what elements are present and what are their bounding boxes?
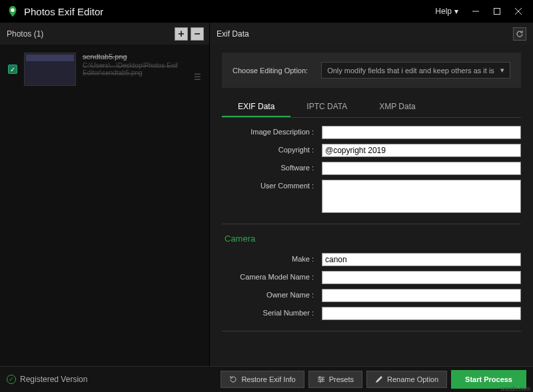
serial-label: Serial Number :	[222, 307, 322, 317]
svg-point-0	[11, 9, 14, 12]
registration-status: ✓ Registered Version	[7, 375, 87, 384]
help-menu[interactable]: Help ▾	[428, 7, 465, 16]
watermark: wsxdn.com	[500, 385, 530, 392]
image-description-input[interactable]	[322, 126, 521, 139]
main-header: Exif Data	[210, 23, 533, 45]
titlebar: Photos Exif Editor Help ▾	[0, 0, 533, 23]
app-logo-icon	[7, 5, 19, 17]
presets-button[interactable]: Presets	[308, 371, 362, 388]
pencil-icon	[375, 375, 383, 383]
sidebar: Photos (1) + − ✓ sendtab5.png C:\Users\.…	[0, 23, 210, 366]
add-photo-button[interactable]: +	[175, 27, 188, 41]
chevron-down-icon: ▾	[454, 7, 458, 16]
model-label: Camera Model Name :	[222, 271, 322, 281]
chevron-down-icon: ▾	[500, 66, 504, 75]
close-button[interactable]	[508, 0, 529, 23]
make-label: Make :	[222, 253, 322, 263]
restore-icon	[229, 375, 237, 383]
sidebar-header: Photos (1) + −	[0, 23, 209, 45]
check-circle-icon: ✓	[7, 375, 16, 384]
photo-thumbnail	[24, 53, 76, 86]
main-title: Exif Data	[217, 29, 249, 39]
file-path: C:\Users\...\Desktop\Photos Exif Editor\…	[83, 62, 187, 77]
software-label: Software :	[222, 162, 322, 172]
camera-section-title: Camera	[225, 234, 521, 244]
photo-item[interactable]: ✓ sendtab5.png C:\Users\...\Desktop\Phot…	[0, 45, 209, 94]
owner-label: Owner Name :	[222, 289, 322, 299]
software-input[interactable]	[322, 162, 521, 175]
main-panel: Exif Data Choose Editing Option: Only mo…	[210, 23, 533, 366]
serial-input[interactable]	[322, 307, 521, 320]
restore-exif-button[interactable]: Restore Exif Info	[221, 371, 304, 388]
footer: ✓ Registered Version Restore Exif Info P…	[0, 366, 533, 392]
item-menu-icon[interactable]: ☰	[194, 73, 201, 82]
user-comment-label: User Comment :	[222, 180, 322, 190]
editing-option-bar: Choose Editing Option: Only modify field…	[222, 53, 521, 88]
tab-exif[interactable]: EXIF Data	[222, 97, 290, 117]
tab-xmp[interactable]: XMP Data	[363, 97, 431, 117]
tabs: EXIF Data IPTC DATA XMP Data	[222, 97, 521, 118]
user-comment-input[interactable]	[322, 180, 521, 213]
maximize-button[interactable]	[486, 0, 508, 23]
file-name: sendtab5.png	[83, 53, 187, 61]
app-title: Photos Exif Editor	[24, 6, 103, 17]
photo-checkbox[interactable]: ✓	[8, 65, 17, 74]
presets-icon	[317, 375, 325, 383]
photos-count: Photos (1)	[7, 29, 43, 39]
editing-option-select[interactable]: Only modify fields that i edit and keep …	[321, 62, 510, 79]
remove-photo-button[interactable]: −	[191, 27, 204, 41]
image-description-label: Image Description :	[222, 126, 322, 136]
rename-option-button[interactable]: Rename Option	[366, 371, 447, 388]
minimize-button[interactable]	[465, 0, 486, 23]
file-info: sendtab5.png C:\Users\...\Desktop\Photos…	[83, 53, 187, 77]
copyright-label: Copyright :	[222, 144, 322, 154]
copyright-input[interactable]	[322, 144, 521, 157]
tab-iptc[interactable]: IPTC DATA	[290, 97, 363, 117]
owner-input[interactable]	[322, 289, 521, 302]
editing-option-label: Choose Editing Option:	[233, 67, 308, 75]
refresh-button[interactable]	[513, 27, 526, 41]
model-input[interactable]	[322, 271, 521, 284]
make-input[interactable]	[322, 253, 521, 266]
svg-rect-2	[494, 9, 500, 15]
